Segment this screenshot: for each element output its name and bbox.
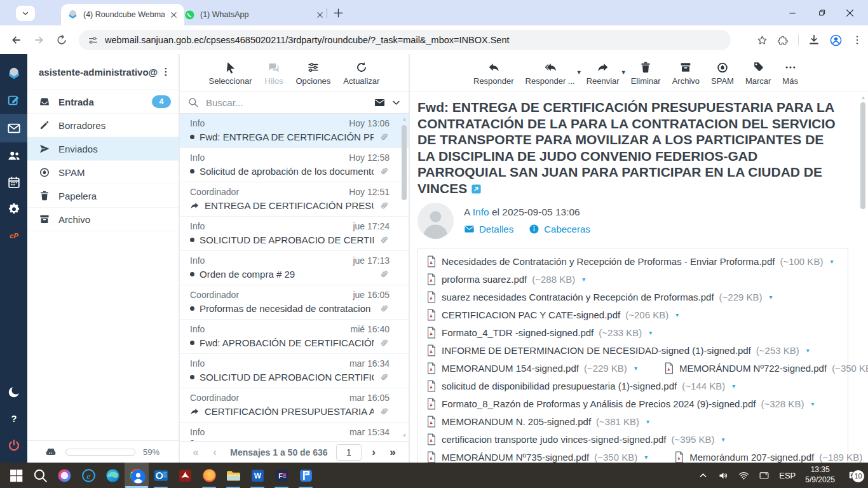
search-scope-mail-icon[interactable] xyxy=(374,97,386,109)
taskbar-internet-explorer[interactable]: e xyxy=(76,463,100,488)
close-tab-icon[interactable] xyxy=(315,10,325,20)
taskbar-outlook[interactable] xyxy=(149,463,173,488)
tab-roundcube[interactable]: (4) Roundcube Webmail :: Envia xyxy=(61,4,184,25)
tray-chevron-up-icon[interactable] xyxy=(698,470,709,481)
attachment-item[interactable]: proforma suarez.pdf(~288 KB)▾ xyxy=(426,273,585,285)
attachment-item[interactable]: MEMORANDUM N. 205-signed.pdf(~381 KB)▾ xyxy=(426,416,649,428)
message-row[interactable]: InfoHoy 12:58Solicitud de aprobación de … xyxy=(180,148,409,182)
profile-icon[interactable] xyxy=(829,34,843,47)
attachment-item[interactable]: Formato_8_Razón de Proformas y Análisis … xyxy=(426,398,814,410)
sidebar-item-drafts[interactable]: Borradores xyxy=(27,114,179,137)
attachment-item[interactable]: MEMORÁNDUM Nº735-signed.pdf(~350 KB)▾ xyxy=(426,451,648,463)
attachment-item[interactable]: solicitud de disponibilidad presupuestar… xyxy=(426,380,735,392)
message-row[interactable]: Infomar 16:34SOLICITUD DE APROBACION CER… xyxy=(180,354,409,388)
attachment-item[interactable]: suarez necesidades Contratación y Recepc… xyxy=(426,291,773,303)
message-row[interactable]: InfoHoy 13:06Fwd: ENTREGA DE CERTIFICACI… xyxy=(180,114,409,148)
calendar-nav[interactable] xyxy=(0,169,27,196)
meet-now-icon[interactable] xyxy=(759,470,770,481)
taskbar-start[interactable] xyxy=(4,463,28,488)
attachment-item[interactable]: MEMORÁNDUM Nº722-signed.pdf(~350 KB)▾ xyxy=(664,362,868,374)
mail-nav[interactable] xyxy=(0,114,27,142)
sidebar-item-spam[interactable]: SPAM xyxy=(27,161,179,184)
attachment-menu-caret[interactable]: ▾ xyxy=(722,436,725,443)
address-bar[interactable]: webmail.sanjuan.gob.ec/cpsess4685020211/… xyxy=(79,30,731,50)
attachment-menu-caret[interactable]: ▾ xyxy=(732,383,735,390)
delete-button[interactable]: Eliminar xyxy=(631,61,661,91)
spam-button[interactable]: SPAM xyxy=(711,61,734,91)
language-indicator[interactable]: ESP xyxy=(779,471,796,480)
refresh-button[interactable]: Actualizar xyxy=(343,61,379,91)
message-row[interactable]: Infomar 15:34 xyxy=(180,423,409,441)
logout-button[interactable] xyxy=(0,432,27,459)
attachment-item[interactable]: Necesidades de Contratación y Recepción … xyxy=(426,255,833,268)
attachment-menu-caret[interactable]: ▾ xyxy=(646,418,649,425)
attachment-menu-caret[interactable]: ▾ xyxy=(811,400,814,407)
forward-button[interactable]: Reenviar▼ xyxy=(587,61,620,91)
next-page-button[interactable]: › xyxy=(364,446,383,459)
browser-menu-icon[interactable] xyxy=(851,34,863,46)
page-number-input[interactable]: 1 xyxy=(336,444,362,461)
contacts-nav[interactable] xyxy=(0,142,27,169)
scrollbar-thumb[interactable] xyxy=(860,102,865,209)
attachment-menu-caret[interactable]: ▾ xyxy=(582,276,585,283)
scrollbar-thumb[interactable] xyxy=(402,125,407,200)
site-info-icon[interactable] xyxy=(88,35,98,46)
recipient-link[interactable]: Info xyxy=(473,207,489,217)
attachment-menu-caret[interactable]: ▾ xyxy=(649,329,652,336)
message-row[interactable]: Coordinadormar 16:05CERTIFICACIÓN PRESUP… xyxy=(180,388,409,423)
new-tab-button[interactable] xyxy=(332,6,344,19)
wifi-icon[interactable] xyxy=(738,470,749,481)
first-page-button[interactable]: « xyxy=(186,446,205,459)
taskbar-chrome[interactable] xyxy=(125,463,149,488)
taskbar-word[interactable]: W xyxy=(245,463,269,488)
reply-all-button[interactable]: Responder ...▼ xyxy=(526,61,575,91)
dropdown-caret-icon[interactable]: ▼ xyxy=(576,69,582,76)
taskbar-firefox[interactable] xyxy=(197,463,221,488)
message-row[interactable]: Infojue 17:24SOLICITUD DE APROBACIO DE C… xyxy=(180,217,409,251)
reply-button[interactable]: Responder xyxy=(473,61,514,91)
more-button[interactable]: Más xyxy=(782,61,798,91)
cpanel-nav[interactable]: cP xyxy=(0,222,27,249)
bookmark-star-icon[interactable] xyxy=(756,34,768,46)
list-scrollbar[interactable]: ▲ ▼ xyxy=(401,116,408,438)
dark-mode-toggle[interactable] xyxy=(0,379,27,405)
mail-scrollbar[interactable]: ▲ xyxy=(860,95,867,463)
attachment-item[interactable]: MEMORANDUM 154-signed.pdf(~229 KB)▾ xyxy=(426,362,637,374)
taskbar-acrobat[interactable] xyxy=(173,463,197,488)
sidebar-item-archive[interactable]: Archivo xyxy=(27,208,179,231)
open-in-new-window-icon[interactable] xyxy=(471,184,482,194)
sidebar-item-inbox[interactable]: Entrada4 xyxy=(27,90,179,114)
details-button[interactable]: Detalles xyxy=(464,224,513,234)
minimize-window-button[interactable] xyxy=(778,0,807,25)
attachment-item[interactable]: INFORME DE DETERMINACION DE NECESIDAD-si… xyxy=(426,344,810,356)
taskbar-app-f-dark[interactable]: F xyxy=(269,463,294,488)
downloads-icon[interactable] xyxy=(808,34,820,46)
notification-center-icon[interactable]: 10 xyxy=(848,470,859,481)
options-button[interactable]: Opciones xyxy=(295,61,330,91)
help-button[interactable]: ? xyxy=(0,405,27,432)
message-row[interactable]: CoordinadorHoy 12:51ENTREGA DE CERTIFICA… xyxy=(180,182,409,217)
taskbar-edge[interactable] xyxy=(100,463,125,488)
forward-button[interactable] xyxy=(31,32,48,48)
mark-button[interactable]: Marcar xyxy=(745,61,771,91)
taskbar-app-f-blue[interactable] xyxy=(294,463,318,488)
tab-whatsapp[interactable]: (1) WhatsApp xyxy=(178,4,330,25)
scroll-up-icon[interactable]: ▲ xyxy=(401,116,408,122)
back-button[interactable] xyxy=(8,32,24,48)
taskbar-copilot[interactable] xyxy=(52,463,76,488)
last-page-button[interactable]: » xyxy=(383,446,402,459)
dropdown-caret-icon[interactable]: ▼ xyxy=(621,69,627,76)
message-row[interactable]: Coordinadorjue 16:05Proformas de necesid… xyxy=(180,285,409,320)
attachment-menu-caret[interactable]: ▾ xyxy=(830,258,833,265)
headers-button[interactable]: Cabeceras xyxy=(529,224,590,234)
settings-nav[interactable] xyxy=(0,196,27,222)
attachment-menu-caret[interactable]: ▾ xyxy=(770,294,773,301)
sidebar-item-trash[interactable]: Papelera xyxy=(27,184,179,208)
taskbar-file-explorer[interactable] xyxy=(221,463,245,488)
prev-page-button[interactable]: ‹ xyxy=(205,446,224,459)
volume-icon[interactable] xyxy=(718,470,729,481)
attachment-item[interactable]: certificacion transporte judo vinces-sig… xyxy=(426,433,725,445)
taskbar-search[interactable] xyxy=(28,463,52,488)
tab-search-button[interactable] xyxy=(16,6,35,21)
message-row[interactable]: Infomié 16:40Fwd: APROBACIÓN DE CERTIFIC… xyxy=(180,320,409,354)
